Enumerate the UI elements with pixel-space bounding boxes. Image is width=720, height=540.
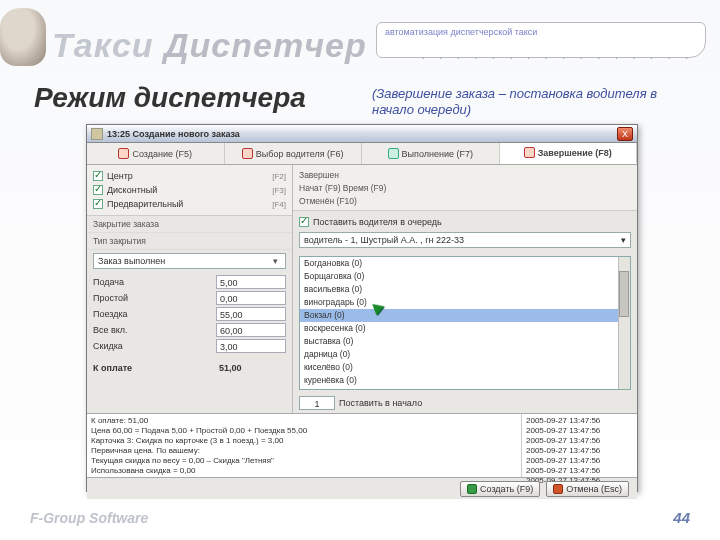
- chevron-down-icon: ▾: [269, 256, 281, 266]
- page-title: Режим диспетчера: [34, 82, 306, 114]
- tab-driver[interactable]: Выбор водителя (F6): [225, 143, 363, 164]
- check-icon: [467, 484, 477, 494]
- close-button[interactable]: X: [617, 127, 633, 141]
- scrollbar-thumb[interactable]: [619, 271, 629, 317]
- slide-note: (Завершение заказа – постановка водителя…: [372, 86, 702, 117]
- chevron-down-icon: ▾: [621, 235, 626, 245]
- brand-word-a: Такси: [52, 26, 154, 64]
- tab-icon: [388, 148, 399, 159]
- close-type-label: Тип закрытия: [87, 233, 292, 250]
- driver-combo[interactable]: водитель - 1, Шустрый А.А. , гн 222-33▾: [299, 232, 631, 248]
- tab-icon: [242, 148, 253, 159]
- subtitle-text: автоматизация диспетчерской такси: [377, 23, 705, 41]
- right-pane: Завершен Начат (F9) Время (F9) Отменён (…: [293, 165, 637, 413]
- checkbox-center[interactable]: [93, 171, 103, 181]
- save-button[interactable]: Создать (F9): [460, 481, 540, 497]
- tab-icon: [118, 148, 129, 159]
- left-pane: Центр[F2] Дисконтный[F3] Предварительный…: [87, 165, 293, 413]
- tab-finish[interactable]: Завершение (F8): [500, 143, 638, 164]
- window-title: 13:25 Создание нового заказа: [107, 129, 617, 139]
- brand-word-b: Диспетчер: [164, 26, 367, 64]
- window-icon: [91, 128, 103, 140]
- tab-icon: [524, 147, 535, 158]
- decor-dots: . . . . . . . . . . . . . . . .: [422, 50, 694, 61]
- input-trip[interactable]: 55,00: [216, 307, 286, 321]
- cancel-icon: [553, 484, 563, 494]
- input-prostoy[interactable]: 0,00: [216, 291, 286, 305]
- page-number: 44: [673, 509, 690, 526]
- district-listbox[interactable]: Богдановка (0) Борщаговка (0) васильевка…: [299, 256, 631, 390]
- brand: Такси Диспетчер: [52, 26, 367, 65]
- titlebar[interactable]: 13:25 Создание нового заказа X: [87, 125, 637, 143]
- tab-bar: Создание (F5) Выбор водителя (F6) Выполн…: [87, 143, 637, 165]
- total-value: 51,00: [216, 361, 286, 375]
- checkbox-pre[interactable]: [93, 199, 103, 209]
- input-podacha[interactable]: 5,00: [216, 275, 286, 289]
- input-allin[interactable]: 60,00: [216, 323, 286, 337]
- checkbox-queue[interactable]: [299, 217, 309, 227]
- close-type-combo[interactable]: Заказ выполнен▾: [93, 253, 286, 269]
- footer-company: F-Group Software: [30, 510, 148, 526]
- close-order-label: Закрытие заказа: [87, 216, 292, 233]
- cancel-button[interactable]: Отмена (Esc): [546, 481, 629, 497]
- tab-create[interactable]: Создание (F5): [87, 143, 225, 164]
- log-area: К оплате: 51,00 Цена 60,00 = Подача 5,00…: [87, 413, 637, 477]
- position-input[interactable]: 1: [299, 396, 335, 410]
- checkbox-discount[interactable]: [93, 185, 103, 195]
- tab-exec[interactable]: Выполнение (F7): [362, 143, 500, 164]
- avatar: [0, 8, 46, 66]
- input-discount[interactable]: 3,00: [216, 339, 286, 353]
- order-window: 13:25 Создание нового заказа X Создание …: [86, 124, 638, 492]
